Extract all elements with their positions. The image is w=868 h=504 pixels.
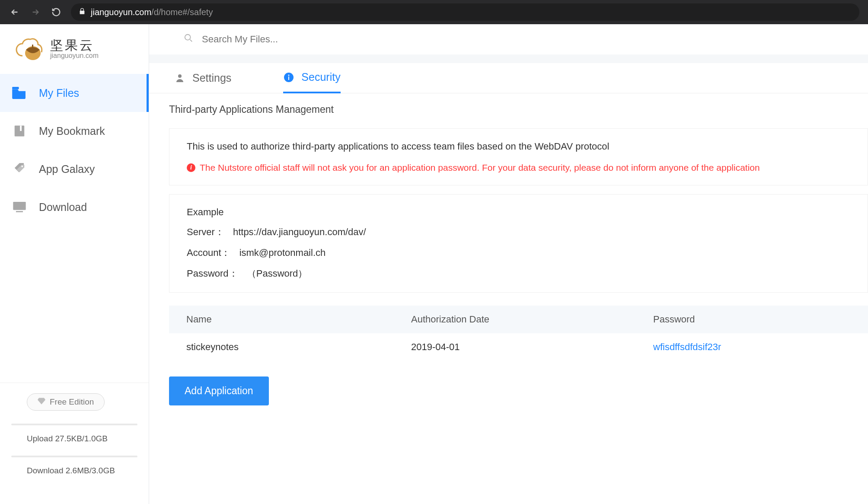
svg-rect-6 xyxy=(13,202,26,210)
sidebar-item-download[interactable]: Download xyxy=(0,188,149,226)
logo-text-en: jianguoyun.com xyxy=(50,52,99,60)
reload-button[interactable] xyxy=(50,6,62,18)
tab-security[interactable]: Security xyxy=(283,63,340,93)
search-bar[interactable] xyxy=(149,24,868,54)
tab-settings[interactable]: Settings xyxy=(174,63,231,93)
sidebar-item-app-galaxy[interactable]: App Galaxy xyxy=(0,150,149,188)
password-label: Password： xyxy=(187,268,238,279)
tag-icon xyxy=(12,163,27,175)
svg-point-9 xyxy=(178,74,182,78)
sidebar-item-label: My Files xyxy=(39,87,79,99)
browser-toolbar: jianguoyun.com/d/home#/safety xyxy=(0,0,868,24)
account-label: Account： xyxy=(187,247,231,258)
svg-rect-11 xyxy=(288,77,289,80)
bookmark-icon xyxy=(12,124,27,137)
col-header-name: Name xyxy=(169,314,411,325)
col-header-date: Authorization Date xyxy=(411,314,653,325)
download-usage: Download 2.6MB/3.0GB xyxy=(27,466,137,475)
warning-message: i The Nutstore official staff will not a… xyxy=(187,163,850,173)
info-panel: This is used to authorize third-party ap… xyxy=(169,128,868,185)
search-icon xyxy=(184,33,193,45)
logo[interactable]: 坚果云 jianguoyun.com xyxy=(0,24,149,74)
add-application-button[interactable]: Add Application xyxy=(169,376,269,405)
cell-date: 2019-04-01 xyxy=(411,341,653,353)
edition-badge[interactable]: Free Edition xyxy=(27,393,105,411)
monitor-icon xyxy=(12,201,27,214)
sidebar: 坚果云 jianguoyun.com My Files My Bookmark xyxy=(0,24,149,504)
svg-rect-3 xyxy=(15,126,25,137)
sidebar-item-label: My Bookmark xyxy=(39,125,105,137)
svg-rect-2 xyxy=(12,87,19,89)
forward-button[interactable] xyxy=(29,6,41,18)
main-content: Settings Security Third-party Applicatio… xyxy=(149,24,868,504)
warning-text: The Nutstore official staff will not ask… xyxy=(200,163,760,173)
password-value: （Password） xyxy=(247,268,308,279)
url-text: jianguoyun.com/d/home#/safety xyxy=(91,7,213,17)
tab-label: Security xyxy=(301,71,340,83)
svg-point-5 xyxy=(21,166,23,167)
cell-password-link[interactable]: wfisdffsdfdsif23r xyxy=(653,341,721,352)
table-row: stickeynotes 2019-04-01 wfisdffsdfdsif23… xyxy=(169,333,868,361)
svg-rect-7 xyxy=(16,211,23,212)
sidebar-item-label: App Galaxy xyxy=(39,163,95,175)
col-header-password: Password xyxy=(653,314,868,325)
search-input[interactable] xyxy=(202,34,461,45)
warning-icon: i xyxy=(187,163,195,172)
svg-point-12 xyxy=(288,74,290,76)
server-label: Server： xyxy=(187,226,224,237)
info-icon xyxy=(283,72,294,83)
cell-name: stickeynotes xyxy=(169,341,411,353)
download-meter xyxy=(11,456,137,457)
upload-usage: Upload 27.5KB/1.0GB xyxy=(27,434,137,443)
back-button[interactable] xyxy=(9,6,21,18)
tab-label: Settings xyxy=(192,72,231,84)
diamond-icon xyxy=(38,397,45,407)
sidebar-item-label: Download xyxy=(39,201,87,214)
account-value: ismk@protonmail.ch xyxy=(239,247,326,258)
svg-point-8 xyxy=(185,35,191,40)
app-table: Name Authorization Date Password stickey… xyxy=(169,306,868,361)
logo-text-cn: 坚果云 xyxy=(50,38,99,52)
person-icon xyxy=(174,73,185,84)
svg-rect-1 xyxy=(32,45,33,48)
example-panel: Example Server： https://dav.jianguoyun.c… xyxy=(169,194,868,293)
example-title: Example xyxy=(187,207,850,218)
server-value: https://dav.jianguoyun.com/dav/ xyxy=(233,226,366,237)
folder-icon xyxy=(12,86,27,99)
svg-rect-4 xyxy=(20,126,22,131)
address-bar[interactable]: jianguoyun.com/d/home#/safety xyxy=(71,3,859,21)
nutstore-logo-icon xyxy=(16,37,44,62)
lock-icon xyxy=(79,7,86,17)
upload-meter xyxy=(11,424,137,425)
info-description: This is used to authorize third-party ap… xyxy=(187,141,850,152)
sidebar-item-my-files[interactable]: My Files xyxy=(0,74,149,112)
sidebar-item-my-bookmark[interactable]: My Bookmark xyxy=(0,112,149,150)
edition-label: Free Edition xyxy=(50,397,94,407)
table-header: Name Authorization Date Password xyxy=(169,306,868,333)
tab-bar: Settings Security xyxy=(149,63,868,93)
section-title: Third-party Applications Management xyxy=(149,93,868,120)
